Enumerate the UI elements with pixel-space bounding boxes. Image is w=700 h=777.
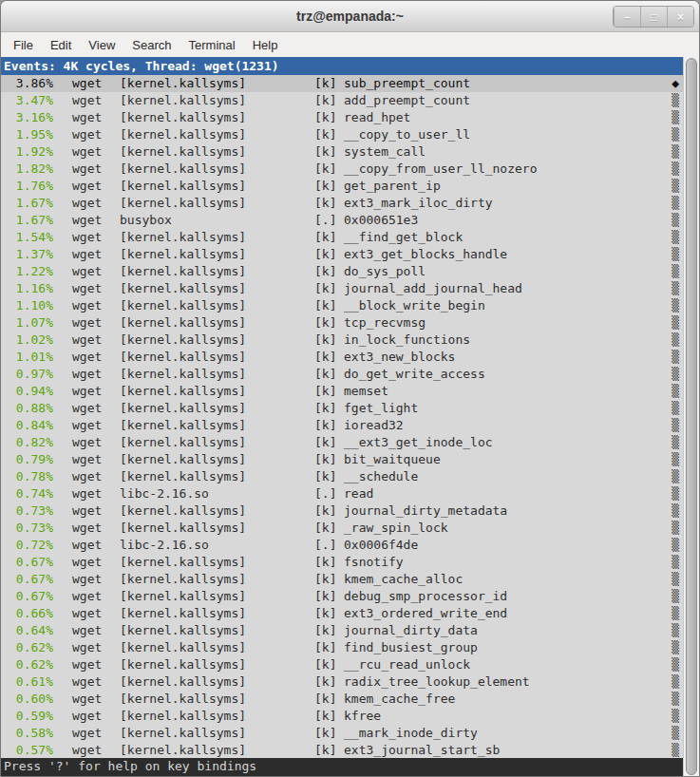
- row-shared-object: busybox: [120, 212, 314, 229]
- row-percent: 1.37%: [1, 246, 53, 263]
- row-symbol-type: [.]: [314, 485, 344, 502]
- row-shared-object: [kernel.kallsyms]: [120, 622, 314, 639]
- perf-row[interactable]: 0.67% wget [kernel.kallsyms] [k] fsnotif…: [1, 554, 683, 571]
- row-command: wget: [72, 280, 120, 297]
- perf-row[interactable]: 3.47% wget [kernel.kallsyms] [k] add_pre…: [1, 92, 683, 109]
- row-command: wget: [72, 332, 120, 349]
- row-symbol-type: [k]: [314, 622, 344, 639]
- row-scroll-marker-icon: ▒: [672, 263, 679, 280]
- row-command: wget: [72, 297, 120, 314]
- row-scroll-marker-icon: ▒: [672, 468, 679, 485]
- row-percent: 3.16%: [1, 109, 53, 126]
- row-shared-object: [kernel.kallsyms]: [120, 332, 314, 349]
- perf-row[interactable]: 1.10% wget [kernel.kallsyms] [k] __block…: [1, 297, 683, 314]
- minimize-button[interactable]: –: [614, 7, 640, 27]
- perf-row[interactable]: 0.84% wget [kernel.kallsyms] [k] ioread3…: [1, 417, 683, 434]
- row-symbol: get_parent_ip: [344, 178, 441, 195]
- perf-row[interactable]: 1.22% wget [kernel.kallsyms] [k] do_sys_…: [1, 263, 683, 280]
- row-scroll-marker-icon: ▒: [672, 280, 679, 297]
- menu-item-view[interactable]: View: [80, 34, 123, 56]
- perf-row[interactable]: 0.58% wget [kernel.kallsyms] [k] __mark_…: [1, 725, 683, 742]
- perf-row[interactable]: 0.57% wget [kernel.kallsyms] [k] ext3_jo…: [1, 742, 683, 758]
- row-symbol: fsnotify: [344, 554, 404, 571]
- row-command: wget: [72, 366, 120, 383]
- perf-row[interactable]: 3.86% wget [kernel.kallsyms] [k] sub_pre…: [1, 75, 683, 92]
- perf-row[interactable]: 0.74% wget libc-2.16.so [.] read ▒: [1, 485, 683, 502]
- perf-row[interactable]: 0.73% wget [kernel.kallsyms] [k] _raw_sp…: [1, 520, 683, 537]
- row-symbol: radix_tree_lookup_element: [344, 673, 530, 691]
- row-symbol-type: [k]: [314, 195, 344, 212]
- perf-row[interactable]: 1.01% wget [kernel.kallsyms] [k] ext3_ne…: [1, 349, 683, 366]
- scrollbar-thumb[interactable]: [686, 58, 697, 775]
- row-command: wget: [72, 571, 120, 588]
- terminal-content-area[interactable]: Events: 4K cycles, Thread: wget(1231) 3.…: [1, 57, 699, 776]
- row-symbol-type: [k]: [314, 366, 344, 383]
- row-command: wget: [72, 126, 120, 143]
- perf-row[interactable]: 1.92% wget [kernel.kallsyms] [k] system_…: [1, 143, 683, 161]
- perf-row[interactable]: 0.64% wget [kernel.kallsyms] [k] journal…: [1, 622, 683, 639]
- row-shared-object: [kernel.kallsyms]: [120, 520, 314, 537]
- row-scroll-marker-icon: ◆: [672, 75, 679, 92]
- row-command: wget: [72, 502, 120, 520]
- row-symbol-type: [k]: [314, 708, 344, 725]
- perf-row[interactable]: 1.54% wget [kernel.kallsyms] [k] __find_…: [1, 229, 683, 246]
- menu-item-edit[interactable]: Edit: [42, 34, 80, 56]
- perf-row[interactable]: 0.97% wget [kernel.kallsyms] [k] do_get_…: [1, 366, 683, 383]
- perf-row[interactable]: 1.02% wget [kernel.kallsyms] [k] in_lock…: [1, 332, 683, 349]
- row-percent: 1.54%: [1, 229, 53, 246]
- perf-row[interactable]: 1.07% wget [kernel.kallsyms] [k] tcp_rec…: [1, 314, 683, 332]
- row-symbol: __ext3_get_inode_loc: [344, 434, 493, 451]
- menu-item-search[interactable]: Search: [123, 34, 180, 56]
- perf-row[interactable]: 1.95% wget [kernel.kallsyms] [k] __copy_…: [1, 126, 683, 143]
- row-percent: 0.97%: [1, 366, 53, 383]
- maximize-button[interactable]: □: [640, 7, 667, 27]
- row-percent: 0.64%: [1, 622, 53, 639]
- menu-item-help[interactable]: Help: [244, 34, 287, 56]
- perf-row[interactable]: 0.94% wget [kernel.kallsyms] [k] memset …: [1, 383, 683, 400]
- row-shared-object: [kernel.kallsyms]: [120, 417, 314, 434]
- row-symbol: system_call: [344, 143, 426, 161]
- perf-row[interactable]: 0.61% wget [kernel.kallsyms] [k] radix_t…: [1, 673, 683, 691]
- row-symbol: kmem_cache_alloc: [344, 571, 463, 588]
- perf-row[interactable]: 0.78% wget [kernel.kallsyms] [k] __sched…: [1, 468, 683, 485]
- row-command: wget: [72, 383, 120, 400]
- perf-row[interactable]: 1.67% wget [kernel.kallsyms] [k] ext3_ma…: [1, 195, 683, 212]
- perf-row[interactable]: 0.72% wget libc-2.16.so [.] 0x0006f4de ▒: [1, 537, 683, 554]
- perf-row[interactable]: 1.37% wget [kernel.kallsyms] [k] ext3_ge…: [1, 246, 683, 263]
- perf-row[interactable]: 0.79% wget [kernel.kallsyms] [k] bit_wai…: [1, 451, 683, 468]
- perf-row[interactable]: 0.59% wget [kernel.kallsyms] [k] kfree ▒: [1, 708, 683, 725]
- perf-row[interactable]: 1.82% wget [kernel.kallsyms] [k] __copy_…: [1, 161, 683, 178]
- perf-row[interactable]: 0.67% wget [kernel.kallsyms] [k] kmem_ca…: [1, 571, 683, 588]
- menu-item-file[interactable]: File: [5, 34, 42, 56]
- row-shared-object: [kernel.kallsyms]: [120, 349, 314, 366]
- row-percent: 0.73%: [1, 520, 53, 537]
- perf-symbol-list: 3.86% wget [kernel.kallsyms] [k] sub_pre…: [1, 75, 683, 758]
- row-shared-object: [kernel.kallsyms]: [120, 75, 314, 92]
- perf-row[interactable]: 0.66% wget [kernel.kallsyms] [k] ext3_or…: [1, 605, 683, 622]
- row-shared-object: [kernel.kallsyms]: [120, 297, 314, 314]
- row-percent: 0.62%: [1, 656, 53, 673]
- perf-tui: Events: 4K cycles, Thread: wget(1231) 3.…: [1, 57, 683, 776]
- row-scroll-marker-icon: ▒: [672, 178, 679, 195]
- perf-row[interactable]: 0.62% wget [kernel.kallsyms] [k] __rcu_r…: [1, 656, 683, 673]
- perf-row[interactable]: 0.62% wget [kernel.kallsyms] [k] find_bu…: [1, 639, 683, 656]
- row-command: wget: [72, 673, 120, 691]
- perf-row[interactable]: 1.67% wget busybox [.] 0x000651e3 ▒: [1, 212, 683, 229]
- perf-row[interactable]: 0.67% wget [kernel.kallsyms] [k] debug_s…: [1, 588, 683, 605]
- perf-row[interactable]: 0.60% wget [kernel.kallsyms] [k] kmem_ca…: [1, 691, 683, 708]
- title-bar[interactable]: trz@empanada:~ – □ ×: [1, 1, 699, 32]
- row-command: wget: [72, 708, 120, 725]
- row-command: wget: [72, 143, 120, 161]
- row-shared-object: [kernel.kallsyms]: [120, 502, 314, 520]
- row-command: wget: [72, 468, 120, 485]
- perf-row[interactable]: 3.16% wget [kernel.kallsyms] [k] read_hp…: [1, 109, 683, 126]
- perf-row[interactable]: 0.73% wget [kernel.kallsyms] [k] journal…: [1, 502, 683, 520]
- perf-row[interactable]: 0.82% wget [kernel.kallsyms] [k] __ext3_…: [1, 434, 683, 451]
- perf-row[interactable]: 0.88% wget [kernel.kallsyms] [k] fget_li…: [1, 400, 683, 417]
- close-button[interactable]: ×: [667, 7, 693, 27]
- perf-row[interactable]: 1.16% wget [kernel.kallsyms] [k] journal…: [1, 280, 683, 297]
- menu-item-terminal[interactable]: Terminal: [180, 34, 244, 56]
- perf-row[interactable]: 1.76% wget [kernel.kallsyms] [k] get_par…: [1, 178, 683, 195]
- row-command: wget: [72, 178, 120, 195]
- scrollbar[interactable]: [683, 57, 699, 776]
